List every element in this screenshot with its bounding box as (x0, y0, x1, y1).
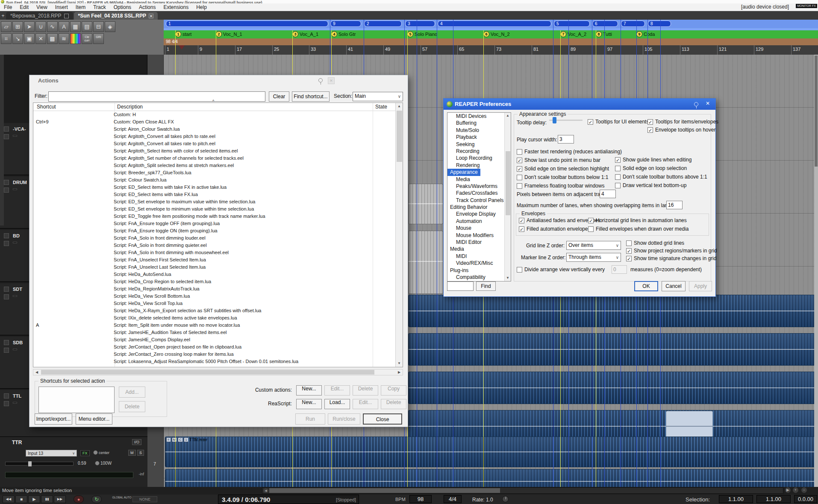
checkbox[interactable]: Divide arrange view vertically every (517, 267, 605, 273)
pin-icon[interactable] (318, 78, 323, 82)
action-row[interactable]: Script: Breeder_spk77_GlueTools.lua (33, 169, 396, 176)
grid-button[interactable]: GRI (93, 33, 104, 44)
region-segment[interactable]: 3 (405, 21, 435, 27)
track-env-button[interactable] (4, 340, 9, 345)
cancel-button[interactable]: Cancel (662, 281, 686, 291)
custom-delete-button[interactable]: Delete (353, 385, 378, 396)
checkbox[interactable]: Horizontal grid lines in automation lane… (588, 217, 689, 223)
tree-item[interactable]: Plug-ins (447, 267, 511, 274)
scrollbar-thumb[interactable] (397, 111, 402, 162)
audio-item[interactable] (408, 295, 817, 327)
checkbox-box[interactable] (626, 240, 632, 246)
menu-item[interactable]: Item (72, 3, 89, 11)
tree-item[interactable]: Fades/Crossfades (447, 190, 511, 196)
scroll-down-icon[interactable]: ▼ (505, 275, 511, 281)
selection-end[interactable]: 1.1.00 (756, 495, 791, 503)
action-row[interactable]: Script: Argitoth_Split selected items at… (33, 162, 396, 169)
checkbox-box[interactable] (588, 226, 594, 232)
track-env-button[interactable] (4, 287, 9, 292)
region-lane[interactable]: 192345678 (164, 20, 818, 28)
import-export-button[interactable]: Import/export... (35, 413, 72, 425)
pin-icon[interactable] (694, 102, 698, 106)
checkbox[interactable]: Frameless floating toolbar windows (517, 183, 622, 189)
action-row[interactable]: Script: JamesHE_Audition Takes of Select… (33, 329, 396, 336)
toolbar-icon[interactable]: ⊞ (12, 21, 23, 32)
checkbox[interactable]: Show project regions/markers in grid (626, 248, 717, 254)
scroll-up-icon[interactable]: ▲ (505, 113, 511, 119)
action-row[interactable]: Script: FnA_Solo in front dimming quiete… (33, 242, 396, 249)
track-name[interactable]: -VCA- (13, 126, 26, 132)
global-automation-button[interactable]: GLOBAL AUTO (112, 495, 132, 503)
toolbar-icon[interactable]: ▣ (24, 33, 35, 44)
tree-item[interactable]: Media (447, 176, 511, 183)
checkbox[interactable]: Draw vertical text bottom-up (615, 182, 707, 188)
tree-scrollbar[interactable]: ▲ ▼ (504, 113, 511, 281)
checkbox-box[interactable] (519, 226, 524, 232)
project-marker[interactable]: 4 Solo Gtr (331, 31, 356, 37)
action-row[interactable]: Script: Airon_Colour Swatch.lua (33, 126, 396, 133)
checkbox[interactable]: Show time signature changes in grid (626, 255, 717, 261)
region-segment[interactable]: 6 (592, 21, 618, 27)
pan-knob[interactable]: center (93, 450, 109, 455)
action-row[interactable]: A Script: Item_Split item under mouse wi… (33, 322, 396, 329)
checkbox-box[interactable] (519, 218, 524, 223)
timeline-ruler[interactable]: 191725334149576573818997105113121129137 (164, 45, 818, 55)
track-fx-button[interactable] (4, 241, 9, 246)
bpm-value[interactable]: 98 (409, 495, 432, 503)
track-fx-button[interactable] (4, 188, 9, 193)
column-description[interactable]: Description (117, 104, 143, 110)
grid-z-select[interactable]: Over items∨ (566, 241, 621, 250)
run-close-button[interactable]: Run/close (328, 413, 360, 425)
toolbar-icon[interactable]: ⌗ (1, 33, 12, 44)
play-button[interactable]: ▶ (28, 495, 40, 503)
scroll-right-icon[interactable]: ▶ (396, 369, 403, 375)
scrollbar-thumb[interactable] (269, 488, 500, 493)
tooltip-delay-slider[interactable] (549, 120, 583, 121)
clear-current-button[interactable]: Cle curr (82, 33, 92, 44)
action-row[interactable]: Script: JamesHE_Comps Display.eel (33, 336, 396, 343)
checkbox-box[interactable] (517, 267, 522, 273)
arrange-horizontal-scrollbar[interactable]: ◀ (262, 487, 783, 494)
menu-item[interactable]: Edit (16, 3, 32, 11)
tree-item[interactable]: MIDI Editor (447, 239, 511, 246)
apply-button[interactable]: Apply (689, 281, 712, 291)
toolbar-icon[interactable]: ▦ (70, 21, 81, 32)
list-vertical-scrollbar[interactable]: ▲ ▼ (395, 103, 403, 367)
divide-input[interactable] (612, 265, 627, 274)
action-row[interactable]: Script: HeDa_Crop Region to selected ite… (33, 278, 396, 285)
selection-start[interactable]: 1.1.00 (719, 495, 753, 503)
toolbar-icon[interactable]: ◈ (105, 21, 115, 32)
tree-item[interactable]: Compatibility (447, 274, 511, 281)
tempo-lane[interactable]: 98 4/4 (164, 38, 818, 45)
pixels-input[interactable] (600, 190, 616, 198)
zoom-play-icon[interactable]: ▶ (785, 487, 791, 493)
toolbar-icon[interactable]: ⊟ (93, 21, 104, 32)
checkbox-box[interactable] (615, 183, 621, 188)
reascript-delete-button[interactable]: Delete (381, 399, 406, 409)
checkbox[interactable]: Filled envelopes when drawn over media (588, 226, 689, 232)
list-horizontal-scrollbar[interactable]: ◀ ▶ (33, 369, 403, 375)
project-marker[interactable]: 3 Voc_A_1 (292, 31, 318, 37)
trim-button[interactable] (13, 188, 17, 190)
solo-button[interactable]: S (137, 450, 144, 456)
tree-item[interactable]: Editing Behavior (447, 204, 511, 211)
ok-button[interactable]: OK (634, 281, 658, 291)
checkbox[interactable]: Faster text rendering (reduces antialias… (517, 149, 622, 155)
trim-button[interactable] (13, 135, 17, 137)
action-row[interactable]: Ctrl+9 Custom: Open Close ALL FX (33, 118, 396, 126)
checkbox-box[interactable] (615, 157, 621, 163)
project-marker[interactable]: 1 start (175, 31, 191, 37)
clear-button[interactable]: Clear (269, 91, 289, 102)
checkbox[interactable]: Show last undo point in menu bar (517, 157, 622, 163)
input-select[interactable]: Input 13∨ (26, 450, 77, 457)
trim-button[interactable] (13, 402, 17, 404)
width-knob[interactable]: 100W (95, 461, 112, 466)
action-row[interactable]: Script: JerContact_Open project based on… (33, 343, 396, 351)
project-tab[interactable]: *Sun Feel_04 2018 SSL.RPP ✕ (74, 12, 158, 20)
go-to-end-button[interactable]: ▶▶ (54, 495, 66, 503)
action-row[interactable]: Script: Argitoth_Select items with color… (33, 147, 396, 155)
action-row[interactable]: Custom: H (33, 111, 396, 118)
checkbox[interactable]: Don't scale toolbar buttons below 1:1 (517, 174, 622, 180)
tree-item[interactable]: Buffering (447, 120, 511, 126)
action-row[interactable]: Script: FnA_Ensure toggle OFF (item grou… (33, 220, 396, 227)
